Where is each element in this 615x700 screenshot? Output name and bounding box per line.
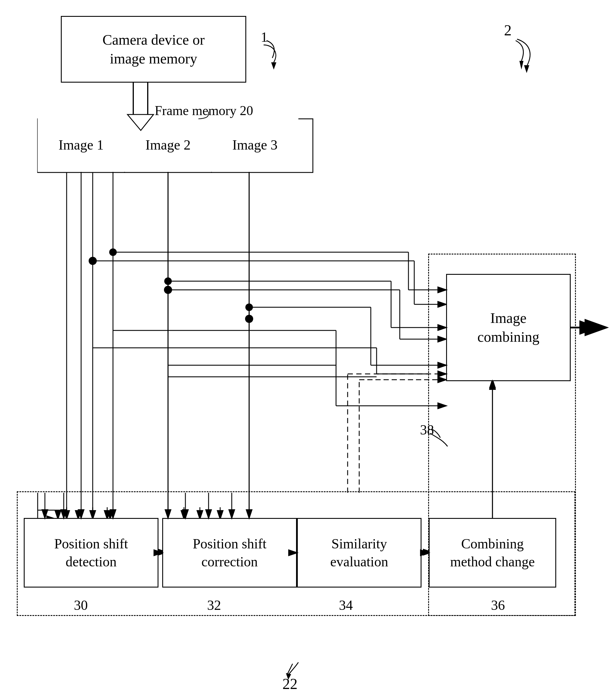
label-2: 2 [504, 22, 512, 39]
svg-marker-46 [520, 61, 524, 70]
image3-box: Image 3 [212, 118, 298, 172]
pos-shift-detection-box: Position shiftdetection [24, 518, 158, 588]
label-1: 1 [261, 29, 268, 45]
label-30: 30 [74, 597, 88, 613]
pos-shift-correction-box: Position shiftcorrection [162, 518, 297, 588]
camera-label: Camera device orimage memory [103, 30, 205, 68]
frame-memory-label: Frame memory 20 [154, 103, 254, 118]
label-34: 34 [339, 597, 353, 613]
image1-box: Image 1 [38, 118, 125, 172]
label-36: 36 [491, 597, 505, 613]
label-22: 22 [282, 675, 297, 692]
svg-point-15 [164, 286, 172, 294]
svg-point-20 [245, 315, 253, 323]
svg-point-10 [89, 257, 97, 265]
combining-method-box: Combiningmethod change [429, 518, 556, 588]
camera-box: Camera device orimage memory [61, 16, 246, 83]
label-32: 32 [207, 597, 221, 613]
similarity-eval-box: Similarityevaluation [297, 518, 422, 588]
image2-box: Image 2 [125, 118, 212, 172]
